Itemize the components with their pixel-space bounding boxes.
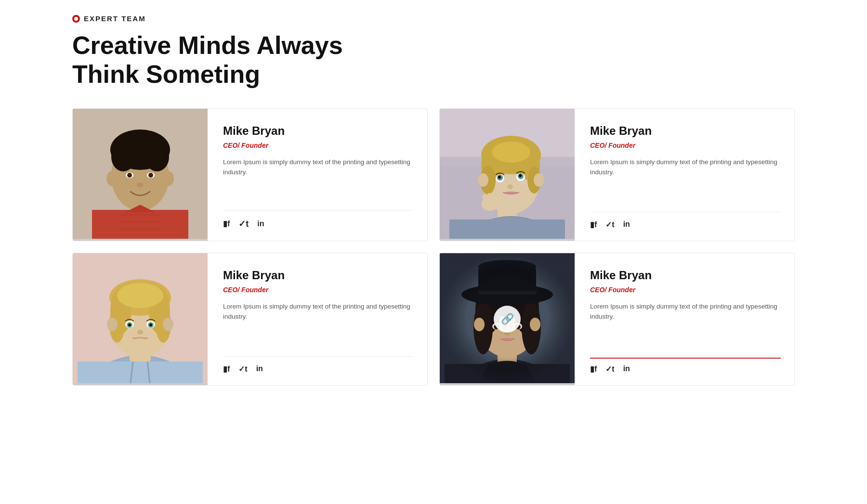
team-card-2: Mike Bryan CEO/ Founder Lorem Ipsum is s… [439,108,795,241]
svg-point-15 [137,182,144,187]
svg-point-9 [106,171,118,186]
svg-point-66 [126,338,155,356]
section-tag: EXPERT TEAM [72,14,795,23]
team-card-3-photo [73,253,208,385]
svg-point-64 [149,323,152,326]
facebook-icon-3[interactable]: ▮f [223,364,230,374]
section-title: Creative Minds Always Think Someting [72,31,795,89]
team-card-1-social: ▮f ✓t in [223,210,414,229]
team-card-4-role: CEO/ Founder [590,286,781,294]
facebook-icon-1[interactable]: ▮f [223,219,230,228]
team-card-2-name: Mike Bryan [590,124,781,138]
tag-dot [72,15,80,23]
facebook-icon-2[interactable]: ▮f [590,220,597,229]
svg-rect-2 [92,210,188,239]
svg-point-65 [137,330,143,335]
svg-point-13 [127,173,132,178]
team-card-4: 🔗 Mike Bryan CEO/ Founder Lorem Ipsum is… [439,253,795,386]
team-card-4-info: Mike Bryan CEO/ Founder Lorem Ipsum is s… [575,253,794,385]
title-line-1: Creative Minds Always [72,31,343,59]
team-card-4-desc: Lorem Ipsum is simply dummy text of the … [590,301,781,322]
team-card-3-role: CEO/ Founder [223,286,414,294]
svg-point-57 [107,318,118,331]
team-card-3-desc: Lorem Ipsum is simply dummy text of the … [223,301,414,322]
svg-point-33 [534,173,544,187]
twitter-icon-4[interactable]: ✓t [605,364,614,374]
tag-label: EXPERT TEAM [84,14,146,23]
team-card-3: Mike Bryan CEO/ Founder Lorem Ipsum is s… [72,253,428,386]
title-line-2: Think Someting [72,60,260,88]
team-card-1-photo [73,109,208,241]
svg-point-31 [492,142,530,163]
linkedin-icon-2[interactable]: in [623,220,630,229]
facebook-icon-4[interactable]: ▮f [590,364,597,374]
team-card-1-name: Mike Bryan [223,124,414,138]
linkedin-icon-4[interactable]: in [623,364,630,373]
team-card-3-info: Mike Bryan CEO/ Founder Lorem Ipsum is s… [208,253,427,385]
team-card-2-info: Mike Bryan CEO/ Founder Lorem Ipsum is s… [575,109,794,241]
svg-point-8 [118,133,162,160]
svg-rect-48 [78,362,203,383]
team-card-3-name: Mike Bryan [223,269,414,282]
team-card-1-desc: Lorem Ipsum is simply dummy text of the … [223,157,414,178]
svg-point-63 [128,323,131,326]
team-card-4-name: Mike Bryan [590,269,781,282]
svg-point-10 [162,171,174,186]
team-card-2-role: CEO/ Founder [590,142,781,149]
red-divider [590,358,781,359]
svg-point-14 [148,173,153,178]
team-card-2-photo [440,109,575,241]
team-grid: Mike Bryan CEO/ Founder Lorem Ipsum is s… [72,108,795,386]
twitter-icon-3[interactable]: ✓t [238,364,247,374]
linkedin-icon-1[interactable]: in [257,220,264,228]
svg-point-58 [163,318,173,331]
svg-rect-23 [449,220,565,239]
play-button-4[interactable]: 🔗 [494,306,521,333]
twitter-icon-1[interactable]: ✓t [238,219,249,229]
team-card-3-social: ▮f ✓t in [223,356,414,374]
team-card-1: Mike Bryan CEO/ Founder Lorem Ipsum is s… [72,108,428,241]
team-card-4-social: ▮f ✓t in [590,364,781,374]
svg-point-54 [117,283,163,308]
twitter-icon-2[interactable]: ✓t [605,220,614,229]
svg-point-38 [498,176,501,179]
svg-point-32 [478,173,488,187]
svg-point-39 [519,174,522,177]
team-card-4-photo: 🔗 [440,253,575,385]
linkedin-icon-3[interactable]: in [256,364,263,373]
team-card-1-role: CEO/ Founder [223,142,414,149]
team-card-2-social: ▮f ✓t in [590,212,781,229]
team-card-1-info: Mike Bryan CEO/ Founder Lorem Ipsum is s… [208,109,427,241]
svg-point-40 [507,184,513,189]
link-icon: 🔗 [501,313,514,325]
team-card-2-desc: Lorem Ipsum is simply dummy text of the … [590,157,781,178]
